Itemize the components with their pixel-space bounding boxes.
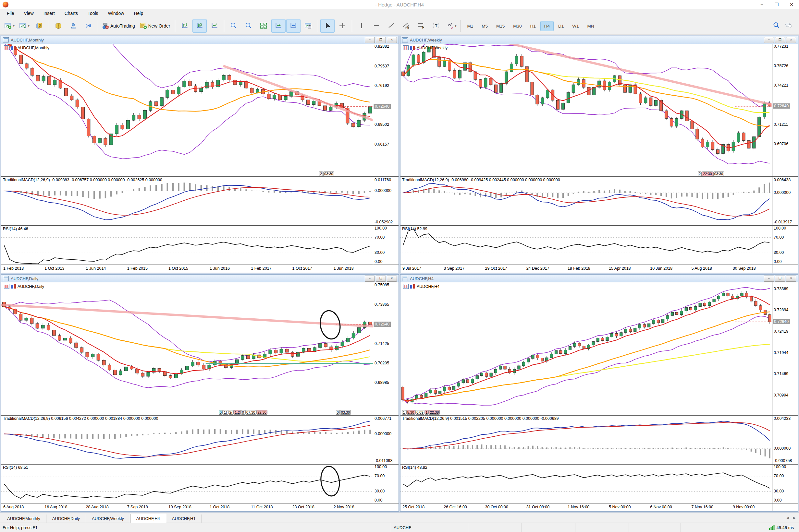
horizontal-line-button[interactable] [369,19,384,33]
chart-close-button[interactable]: × [387,276,397,282]
chart-close-button[interactable]: × [786,276,796,282]
profiles-button[interactable]: ▾ [17,19,32,33]
date-axis-monthly[interactable]: 1 Feb 20131 Oct 20131 Jun 20141 Feb 2015… [1,265,373,273]
menu-view[interactable]: View [19,10,39,17]
tab-scroll-right-button[interactable]: ▶ [793,516,796,520]
chart-minimize-button[interactable]: − [764,276,774,282]
date-label: 1 Nov 16:00 [568,505,589,509]
chart-close-button[interactable]: × [387,37,397,43]
menu-tools[interactable]: Tools [83,10,103,17]
menu-charts[interactable]: Charts [60,10,83,17]
macd-plot-daily[interactable]: TraditionalMACD(12,26,9) 0.006156 0.0042… [1,416,373,464]
macd-plot-monthly[interactable]: TraditionalMACD(12,26,9) -0.009383 -0.00… [1,177,373,225]
timeframe-d1-button[interactable]: D1 [554,21,568,31]
date-axis-h4[interactable]: 25 Oct 201826 Oct 16:0030 Oct 00:0031 Oc… [400,504,772,511]
chat-icon[interactable] [785,22,793,30]
zoom-in-button[interactable] [226,19,241,33]
profiles-dropdown-arrow[interactable]: ▾ [28,24,30,27]
cursor-button[interactable] [320,19,334,33]
arrows-button[interactable]: ▾ [444,19,458,33]
macd-plot-weekly[interactable]: TraditionalMACD(12,26,9) -0.006980 -0.00… [400,177,772,225]
line-chart-button[interactable] [207,19,222,33]
chart-maximize-button[interactable]: ❒ [775,37,785,43]
chart-window-titlebar-h4[interactable]: AUDCHF,H4−❒× [400,274,798,282]
templates-button[interactable] [301,19,315,33]
candle-chart-button[interactable] [193,19,207,33]
tab-scroll-left-button[interactable]: ◀ [786,516,789,520]
chart-window-titlebar-weekly[interactable]: AUDCHF,Weekly−❒× [400,36,798,44]
timeframe-m1-button[interactable]: M1 [463,21,477,31]
chart-maximize-button[interactable]: ❒ [376,37,386,43]
chart-minimize-button[interactable]: − [764,37,774,43]
tab-audchf-h4[interactable]: AUDCHF,H4 [130,514,166,523]
history-center-button[interactable] [51,19,66,33]
window-close-button[interactable]: ✕ [784,0,799,9]
price-axis-daily[interactable]: 0.750850.738650.714250.702050.689850.726… [373,282,399,415]
tab-audchf-weekly[interactable]: AUDCHF,Weekly [86,514,130,522]
market-watch-button[interactable]: $ [32,19,47,33]
date-axis-weekly[interactable]: 9 Jul 20173 Sep 201729 Oct 201724 Dec 20… [400,265,772,273]
vertical-line-button[interactable] [355,19,369,33]
zoom-out-button[interactable] [241,19,256,33]
window-minimize-button[interactable]: − [754,0,769,9]
price-axis-h4[interactable]: 0.733690.728940.724190.719440.714690.709… [772,282,798,415]
timeframe-w1-button[interactable]: W1 [568,21,583,31]
date-axis-daily[interactable]: 6 Aug 201816 Aug 201828 Aug 20187 Sep 20… [1,504,373,511]
rsi-indicator-label: RSI(14) 46.46 [3,227,28,231]
new-chart-dropdown-arrow[interactable]: ▾ [13,24,15,27]
auto-scroll-button[interactable] [271,19,286,33]
chart-minimize-button[interactable]: − [365,37,375,43]
tab-audchf-h1[interactable]: AUDCHF,H1 [166,514,202,522]
community-button[interactable] [66,19,80,33]
timeframe-h1-button[interactable]: H1 [526,21,540,31]
price-tick-label: 0.71469 [774,372,788,376]
rsi-plot-monthly[interactable]: RSI(14) 46.46 [1,226,373,265]
trendline-button[interactable] [384,19,399,33]
crosshair-button[interactable] [335,19,349,33]
menu-insert[interactable]: Insert [39,10,60,17]
menu-window[interactable]: Window [103,10,129,17]
tile-windows-button[interactable] [256,19,271,33]
text-button[interactable]: T [429,19,443,33]
timeframe-m15-button[interactable]: M15 [492,21,509,31]
macd-plot-h4[interactable]: TraditionalMACD(12,26,9) 0.001515 0.0022… [400,416,772,464]
chart-minimize-button[interactable]: − [365,276,375,282]
price-plot-h4[interactable]: AUDCHF,H415:300:09122:38 [400,282,772,415]
bar-chart-button[interactable] [178,19,192,33]
date-label: 26 Oct 16:00 [443,505,467,509]
chart-window-titlebar-daily[interactable]: AUDCHF,Daily−❒× [1,274,399,282]
signals-button[interactable] [81,19,95,33]
rsi-plot-daily[interactable]: RSI(14) 68.51 [1,464,373,503]
date-label: 7 Nov 16:00 [692,505,713,509]
timeframe-m5-button[interactable]: M5 [478,21,492,31]
price-axis-weekly[interactable]: 0.772310.757260.742210.712110.697060.726… [772,44,798,176]
new-chart-button[interactable]: ▾ [2,19,17,33]
fibonacci-button[interactable]: F [414,19,429,33]
tab-audchf-daily[interactable]: AUDCHF,Daily [47,514,86,522]
chart-window-titlebar-monthly[interactable]: AUDCHF,Monthly−❒× [1,36,399,44]
autotrading-button[interactable]: AutoTrading [100,19,138,33]
timeframe-h4-button[interactable]: H4 [540,21,553,31]
price-plot-monthly[interactable]: AUDCHF,Monthly203:30 [1,44,373,176]
chart-maximize-button[interactable]: ❒ [775,276,785,282]
chart-shift-button[interactable] [286,19,301,33]
price-tick-label: 0.71211 [774,122,788,127]
timeframe-mn-button[interactable]: MN [583,21,598,31]
menu-file[interactable]: File [2,10,19,17]
rsi-plot-weekly[interactable]: RSI(14) 52.99 [400,226,772,265]
chart-close-button[interactable]: × [786,37,796,43]
equidistant-channel-button[interactable]: E [399,19,414,33]
timeframe-m30-button[interactable]: M30 [509,21,525,31]
search-icon[interactable] [773,22,780,30]
menu-help[interactable]: Help [129,10,148,17]
window-restore-button[interactable]: ❐ [769,0,784,9]
new-order-button[interactable]: New Order [138,19,173,33]
rsi-tick-label: 100.00 [774,464,786,469]
price-axis-monthly[interactable]: 0.828820.795370.761920.695020.661570.726… [373,44,399,176]
arrows-dropdown-arrow[interactable]: ▾ [455,24,457,27]
price-plot-daily[interactable]: AUDCHF,Daily01(2(1:2007:3022:30003:30 [1,282,373,415]
price-plot-weekly[interactable]: AUDCHF,Weekly222:3003:30 [400,44,772,176]
tab-audchf-monthly[interactable]: AUDCHF,Monthly [1,514,47,522]
chart-maximize-button[interactable]: ❒ [376,276,386,282]
rsi-plot-h4[interactable]: RSI(14) 48.82 [400,464,772,503]
